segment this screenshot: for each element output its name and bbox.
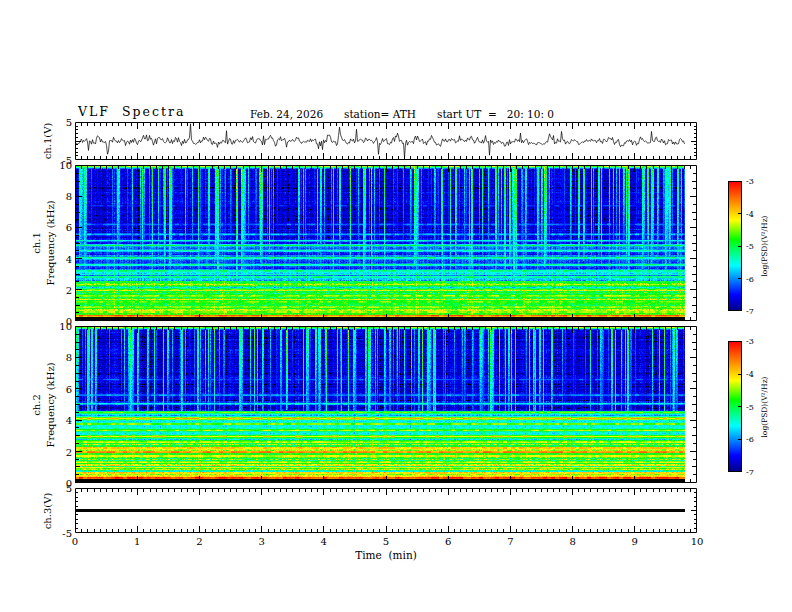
ch1-spec-frequency-label: Frequency (kHz) (45, 200, 56, 285)
x-tick-label: 6 (445, 536, 451, 547)
ch2-spectrogram-canvas (75, 326, 697, 483)
time-axis-label: Time (min) (355, 549, 416, 561)
x-tick-label: 0 (72, 536, 78, 547)
y-tick-label: 10 (59, 321, 72, 332)
colorbar-tick-label: -5 (746, 242, 754, 251)
y-tick-label: 4 (66, 415, 72, 426)
x-tick-label: 5 (383, 536, 389, 547)
x-tick-label: 4 (321, 536, 327, 547)
colorbar-tick-label: -7 (746, 307, 754, 316)
header-station: station= ATH (344, 108, 416, 120)
y-tick-label: 2 (66, 284, 72, 295)
colorbar-ch2-title: log(PSD)(V²/Hz) (760, 376, 769, 437)
x-tick-label: 2 (196, 536, 202, 547)
ch2-spec-frequency-label: Frequency (kHz) (45, 362, 56, 447)
y-tick-label: 4 (66, 253, 72, 264)
colorbar-tick-label: -7 (746, 468, 754, 477)
x-tick-label: 8 (569, 536, 575, 547)
x-tick-label: 7 (507, 536, 513, 547)
y-tick-label: 8 (66, 352, 72, 363)
colorbar-tick-label: -3 (746, 337, 754, 346)
colorbar-ch2-canvas (728, 341, 742, 472)
colorbar-tick-label: -3 (746, 177, 754, 186)
colorbar-ch1-title: log(PSD)(V²/Hz) (760, 215, 769, 276)
figure-title: VLF Spectra (78, 104, 185, 119)
colorbar-tick-label: -4 (746, 369, 754, 378)
colorbar-tick-label: -4 (746, 209, 754, 218)
colorbar-ch1-canvas (728, 181, 742, 311)
x-tick-label: 1 (134, 536, 140, 547)
ch1-spec-channel-label: ch.1 (31, 232, 42, 254)
y-tick-label: 2 (66, 446, 72, 457)
y-tick-label: 6 (66, 222, 72, 233)
ch1-voltage-waveform-canvas (75, 122, 697, 160)
ch3-voltage-waveform-canvas (75, 488, 697, 533)
ch1-voltage-ylabel: ch.1(V) (42, 123, 53, 160)
ch1-spectrogram-canvas (75, 165, 697, 321)
colorbar-tick-label: -6 (746, 435, 754, 444)
y-tick-label: 8 (66, 191, 72, 202)
x-tick-label: 10 (691, 536, 704, 547)
y-tick-label: 10 (59, 160, 72, 171)
vlf-spectra-figure: VLF Spectra Feb. 24, 2026 station= ATH s… (0, 0, 792, 612)
y-tick-label: 6 (66, 383, 72, 394)
x-tick-label: 3 (258, 536, 264, 547)
colorbar-tick-label: -6 (746, 274, 754, 283)
y-tick-label: 5 (66, 483, 72, 494)
ch3-voltage-ylabel: ch.3(V) (42, 493, 53, 530)
y-tick-label: -5 (62, 528, 72, 539)
ch2-spec-channel-label: ch.2 (31, 394, 42, 416)
header-date: Feb. 24, 2026 (250, 108, 323, 120)
x-tick-label: 9 (632, 536, 638, 547)
colorbar-tick-label: -5 (746, 402, 754, 411)
y-tick-label: 5 (66, 117, 72, 128)
header-start-ut: start UT = 20: 10: 0 (437, 108, 554, 120)
